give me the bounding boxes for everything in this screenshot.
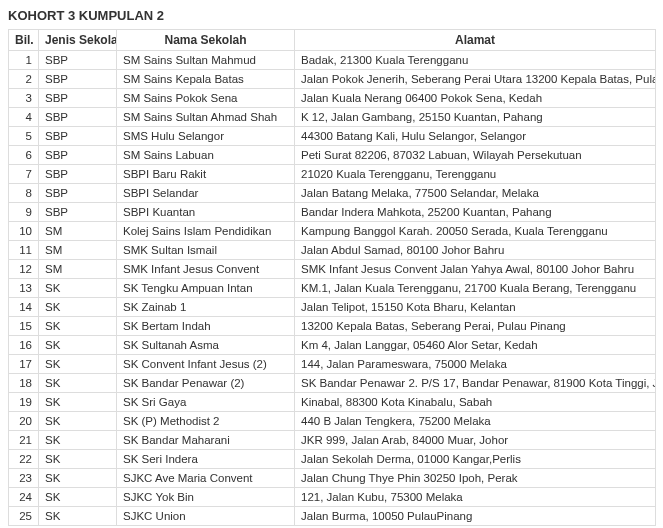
cell-alamat: Jalan Sekolah Derma, 01000 Kangar,Perlis [295,450,656,469]
cell-nama: SK Zainab 1 [117,298,295,317]
table-row: 4SBPSM Sains Sultan Ahmad ShahK 12, Jala… [9,108,656,127]
cell-nama: SM Sains Kepala Batas [117,70,295,89]
cell-alamat: Jalan Kuala Nerang 06400 Pokok Sena, Ked… [295,89,656,108]
table-row: 8SBPSBPI SelandarJalan Batang Melaka, 77… [9,184,656,203]
cell-bil: 2 [9,70,39,89]
cell-bil: 17 [9,355,39,374]
cell-jenis: SK [39,298,117,317]
cell-bil: 14 [9,298,39,317]
cell-jenis: SK [39,450,117,469]
cell-jenis: SBP [39,127,117,146]
cell-alamat: K 12, Jalan Gambang, 25150 Kuantan, Paha… [295,108,656,127]
cell-bil: 1 [9,51,39,70]
cell-alamat: Kampung Banggol Karah. 20050 Serada, Kua… [295,222,656,241]
col-header-nama: Nama Sekolah [117,30,295,51]
cell-bil: 4 [9,108,39,127]
cell-alamat: Jalan Chung Thye Phin 30250 Ipoh, Perak [295,469,656,488]
table-row: 5SBPSMS Hulu Selangor44300 Batang Kali, … [9,127,656,146]
table-row: 20SKSK (P) Methodist 2 440 B Jalan Tengk… [9,412,656,431]
cell-jenis: SK [39,393,117,412]
cell-jenis: SBP [39,70,117,89]
cell-alamat: Jalan Abdul Samad, 80100 Johor Bahru [295,241,656,260]
cell-nama: SM Sains Sultan Ahmad Shah [117,108,295,127]
cell-jenis: SK [39,431,117,450]
cell-nama: SMK Sultan Ismail [117,241,295,260]
cell-alamat: 144, Jalan Parameswara, 75000 Melaka [295,355,656,374]
cell-bil: 5 [9,127,39,146]
cell-jenis: SBP [39,203,117,222]
cell-nama: SJKC Yok Bin [117,488,295,507]
cell-alamat: Bandar Indera Mahkota, 25200 Kuantan, Pa… [295,203,656,222]
cell-nama: SMS Hulu Selangor [117,127,295,146]
cell-nama: SK Tengku Ampuan Intan [117,279,295,298]
table-row: 16SKSK Sultanah Asma Km 4, Jalan Langgar… [9,336,656,355]
cell-jenis: SK [39,317,117,336]
cell-nama: SK (P) Methodist 2 [117,412,295,431]
cell-alamat: JKR 999, Jalan Arab, 84000 Muar, Johor [295,431,656,450]
table-row: 21SKSK Bandar Maharani JKR 999, Jalan Ar… [9,431,656,450]
cell-jenis: SK [39,412,117,431]
table-header-row: Bil. Jenis Sekolah Nama Sekolah Alamat [9,30,656,51]
cell-bil: 8 [9,184,39,203]
cell-bil: 24 [9,488,39,507]
table-row: 14SKSK Zainab 1Jalan Telipot, 15150 Kota… [9,298,656,317]
schools-table: Bil. Jenis Sekolah Nama Sekolah Alamat 1… [8,29,656,526]
cell-alamat: Jalan Burma, 10050 PulauPinang [295,507,656,526]
page-title: KOHORT 3 KUMPULAN 2 [8,8,655,23]
cell-nama: SK Convent Infant Jesus (2) [117,355,295,374]
table-row: 2SBPSM Sains Kepala BatasJalan Pokok Jen… [9,70,656,89]
cell-nama: SJKC Ave Maria Convent [117,469,295,488]
table-row: 24SKSJKC Yok Bin121, Jalan Kubu, 75300 M… [9,488,656,507]
table-row: 12SMSMK Infant Jesus ConventSMK Infant J… [9,260,656,279]
table-row: 23SKSJKC Ave Maria ConventJalan Chung Th… [9,469,656,488]
cell-jenis: SK [39,336,117,355]
cell-bil: 20 [9,412,39,431]
col-header-bil: Bil. [9,30,39,51]
cell-jenis: SK [39,488,117,507]
cell-alamat: 121, Jalan Kubu, 75300 Melaka [295,488,656,507]
table-row: 22SKSK Seri Indera Jalan Sekolah Derma, … [9,450,656,469]
cell-bil: 18 [9,374,39,393]
table-row: 25SKSJKC UnionJalan Burma, 10050 PulauPi… [9,507,656,526]
cell-bil: 21 [9,431,39,450]
cell-jenis: SBP [39,146,117,165]
cell-alamat: Jalan Batang Melaka, 77500 Selandar, Mel… [295,184,656,203]
cell-jenis: SK [39,469,117,488]
cell-nama: SM Sains Labuan [117,146,295,165]
cell-nama: SK Bertam Indah [117,317,295,336]
cell-bil: 11 [9,241,39,260]
table-row: 6SBPSM Sains LabuanPeti Surat 82206, 870… [9,146,656,165]
table-row: 7SBPSBPI Baru Rakit21020 Kuala Terenggan… [9,165,656,184]
cell-nama: SK Sultanah Asma [117,336,295,355]
cell-jenis: SM [39,241,117,260]
cell-jenis: SBP [39,89,117,108]
table-row: 9SBPSBPI KuantanBandar Indera Mahkota, 2… [9,203,656,222]
col-header-jenis: Jenis Sekolah [39,30,117,51]
cell-bil: 22 [9,450,39,469]
cell-nama: SK Bandar Penawar (2) [117,374,295,393]
cell-jenis: SBP [39,51,117,70]
cell-bil: 23 [9,469,39,488]
cell-jenis: SBP [39,165,117,184]
cell-jenis: SBP [39,184,117,203]
cell-alamat: Jalan Telipot, 15150 Kota Bharu, Kelanta… [295,298,656,317]
cell-bil: 12 [9,260,39,279]
cell-nama: SM Sains Pokok Sena [117,89,295,108]
cell-bil: 15 [9,317,39,336]
cell-bil: 13 [9,279,39,298]
cell-nama: SK Bandar Maharani [117,431,295,450]
cell-bil: 7 [9,165,39,184]
cell-nama: SMK Infant Jesus Convent [117,260,295,279]
table-row: 18SKSK Bandar Penawar (2)SK Bandar Penaw… [9,374,656,393]
cell-alamat: SMK Infant Jesus Convent Jalan Yahya Awa… [295,260,656,279]
cell-bil: 9 [9,203,39,222]
cell-jenis: SK [39,279,117,298]
cell-alamat: KM.1, Jalan Kuala Terengganu, 21700 Kual… [295,279,656,298]
table-row: 1SBPSM Sains Sultan MahmudBadak, 21300 K… [9,51,656,70]
cell-alamat: 13200 Kepala Batas, Seberang Perai, Pula… [295,317,656,336]
cell-alamat: Km 4, Jalan Langgar, 05460 Alor Setar, K… [295,336,656,355]
cell-alamat: 21020 Kuala Terengganu, Terengganu [295,165,656,184]
cell-bil: 6 [9,146,39,165]
cell-jenis: SK [39,374,117,393]
cell-alamat: Kinabal, 88300 Kota Kinabalu, Sabah [295,393,656,412]
